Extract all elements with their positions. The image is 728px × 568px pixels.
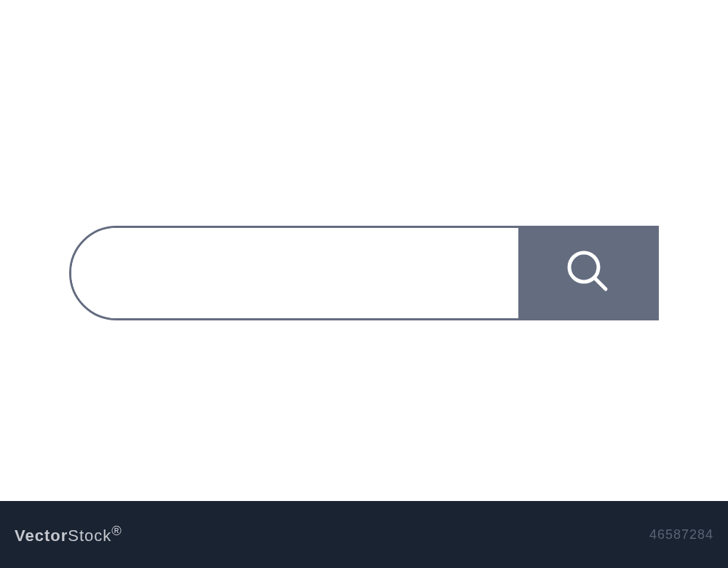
watermark-id: 46587284 xyxy=(649,527,713,543)
watermark-band: VectorStock® 46587284 xyxy=(0,501,728,568)
watermark-reg-mark: ® xyxy=(111,523,122,538)
watermark-brand-prefix: Vector xyxy=(15,527,68,545)
search-icon xyxy=(562,247,613,300)
svg-line-1 xyxy=(595,278,606,289)
watermark-brand-suffix: Stock xyxy=(68,527,111,545)
search-button[interactable] xyxy=(518,228,657,318)
watermark-brand: VectorStock® xyxy=(15,523,122,545)
search-bar xyxy=(69,226,659,320)
search-input[interactable] xyxy=(71,228,518,318)
